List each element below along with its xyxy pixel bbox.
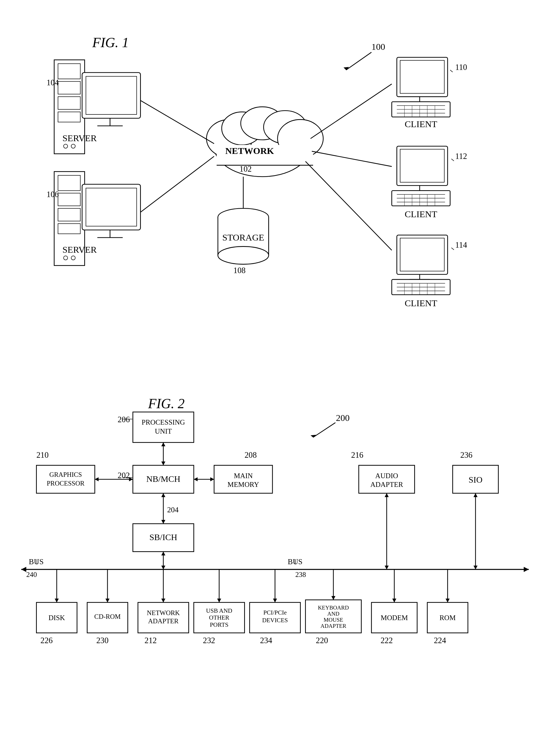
network-cloud: NETWORK 102 <box>207 107 323 177</box>
server2-ref: 106 <box>47 190 59 199</box>
svg-point-36 <box>218 246 269 264</box>
rom-label: ROM <box>440 614 456 622</box>
bus1-ref: 240 <box>26 571 37 579</box>
fig1-title: FIG. 1 <box>92 35 129 50</box>
disk-ref: 226 <box>41 636 53 645</box>
svg-line-83 <box>312 151 392 167</box>
usb-label2: OTHER <box>209 614 229 621</box>
rom-ref: 224 <box>434 636 446 645</box>
client1-ref: 110 <box>455 63 467 72</box>
kb-ref: 220 <box>316 636 328 645</box>
svg-line-0 <box>346 52 371 70</box>
bus1-label: BUS <box>29 557 44 566</box>
na-label1: NETWORK <box>147 609 180 616</box>
client2-ref: 112 <box>455 152 467 161</box>
svg-marker-127 <box>392 599 396 602</box>
svg-rect-38 <box>400 60 444 94</box>
audio-label2: ADAPTER <box>370 481 403 488</box>
svg-marker-110 <box>385 566 389 569</box>
client1: CLIENT 110 <box>392 57 467 129</box>
svg-rect-52 <box>400 149 444 182</box>
svg-marker-115 <box>55 599 59 602</box>
pci-ref: 234 <box>260 636 272 645</box>
svg-rect-66 <box>400 238 444 271</box>
svg-line-82 <box>310 84 392 139</box>
network-label: NETWORK <box>225 146 274 156</box>
server2: SERVER 106 <box>47 172 141 266</box>
sio-label: SIO <box>468 475 482 484</box>
client1-label: CLIENT <box>405 119 437 129</box>
modem-label: MODEM <box>381 614 408 622</box>
mm-label1: MAIN <box>234 472 253 480</box>
client3-label: CLIENT <box>405 298 437 308</box>
kb-label4: ADAPTER <box>320 623 346 629</box>
svg-marker-113 <box>473 566 477 569</box>
svg-point-16 <box>71 144 75 148</box>
svg-point-26 <box>64 256 68 260</box>
storage-ref: 108 <box>233 266 246 275</box>
sio-ref: 236 <box>460 451 472 460</box>
nbmch-ref: 202 <box>118 471 130 480</box>
svg-marker-90 <box>161 461 165 465</box>
pu-label2: UNIT <box>155 427 172 435</box>
fig2-container: FIG. 2 200 PROCESSING UNIT 206 NB/MCH 20… <box>21 381 529 752</box>
fig1-svg: FIG. 1 100 NETWORK 102 <box>21 16 529 360</box>
network-ref: 102 <box>240 164 252 174</box>
modem-ref: 222 <box>380 636 393 645</box>
na-ref: 212 <box>145 636 157 645</box>
svg-rect-18 <box>86 76 137 114</box>
pci-label2: DEVICES <box>262 617 288 624</box>
client2-label: CLIENT <box>405 209 437 219</box>
svg-marker-121 <box>217 599 221 602</box>
svg-point-27 <box>71 256 75 260</box>
svg-rect-23 <box>58 193 80 206</box>
svg-marker-125 <box>331 596 335 600</box>
svg-line-85 <box>313 423 335 438</box>
svg-rect-24 <box>58 208 80 221</box>
svg-marker-109 <box>385 493 389 497</box>
usb-label1: USB AND <box>206 607 232 614</box>
audio-ref: 216 <box>351 451 363 460</box>
svg-marker-97 <box>129 477 133 481</box>
mm-label2: MEMORY <box>228 481 259 488</box>
svg-rect-13 <box>58 97 80 109</box>
svg-marker-129 <box>446 599 450 602</box>
svg-marker-93 <box>194 477 198 481</box>
svg-rect-22 <box>58 175 80 191</box>
fig2-title: FIG. 2 <box>148 396 185 411</box>
svg-marker-94 <box>210 477 214 481</box>
usb-label3: PORTS <box>210 621 229 628</box>
sbich-label: SB/ICH <box>149 532 177 542</box>
svg-marker-102 <box>524 567 529 572</box>
svg-marker-101 <box>21 567 26 572</box>
bus2-ref: 238 <box>295 571 306 579</box>
gfx-ref: 210 <box>37 451 49 460</box>
svg-line-64 <box>451 159 454 161</box>
svg-marker-100 <box>161 520 165 524</box>
gfx-label2: PROCESSOR <box>47 480 85 487</box>
na-label2: ADAPTER <box>148 617 179 625</box>
storage-label: STORAGE <box>222 232 264 242</box>
mm-ref: 208 <box>245 451 257 460</box>
svg-marker-119 <box>161 599 165 602</box>
svg-marker-96 <box>95 477 99 481</box>
graphics-box <box>37 465 95 493</box>
svg-line-80 <box>140 156 214 212</box>
pu-label1: PROCESSING <box>142 418 185 426</box>
nbmch-label: NB/MCH <box>146 474 180 484</box>
svg-marker-112 <box>473 493 477 497</box>
audio-label1: AUDIO <box>375 472 398 480</box>
pci-label1: PCI/PCIe <box>263 609 286 616</box>
svg-marker-99 <box>161 493 165 497</box>
kb-label1: KEYBOARD <box>318 604 349 611</box>
ref-100: 100 <box>371 42 385 52</box>
usb-ref: 232 <box>203 636 215 645</box>
svg-marker-107 <box>161 566 165 569</box>
client2: CLIENT 112 <box>392 146 467 219</box>
svg-rect-29 <box>86 188 137 226</box>
svg-marker-117 <box>105 599 109 602</box>
svg-line-84 <box>305 161 392 250</box>
server1-label: SERVER <box>63 133 97 143</box>
pu-ref: 206 <box>118 415 130 424</box>
svg-marker-106 <box>161 552 165 555</box>
